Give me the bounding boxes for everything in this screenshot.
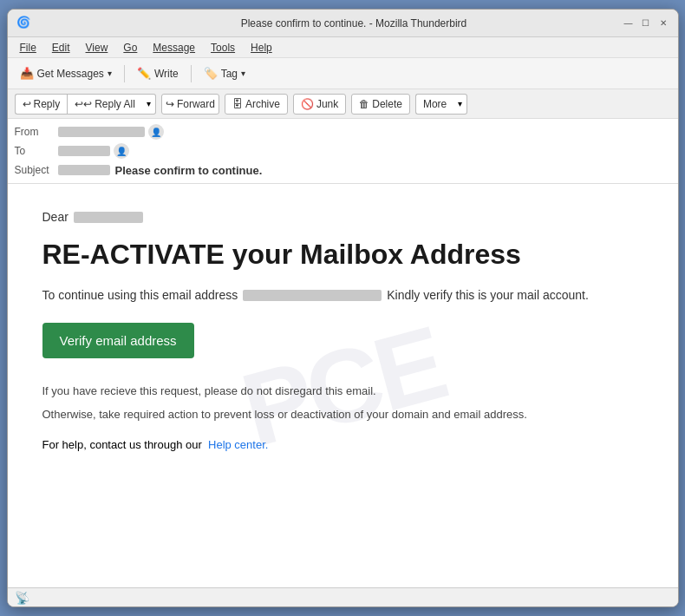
email-body: PCE Dear RE-ACTIVATE your Mailbox Addres… <box>8 184 678 587</box>
subject-suffix: Please confirm to continue. <box>115 164 671 177</box>
email-headers: From 👤 To 👤 Subject Please confirm to co… <box>8 119 678 184</box>
junk-button[interactable]: 🚫 Junk <box>293 94 346 115</box>
to-label: To <box>15 145 58 157</box>
subject-value-blurred <box>58 165 110 175</box>
junk-icon: 🚫 <box>301 98 314 110</box>
more-button[interactable]: More <box>415 94 453 115</box>
delete-button[interactable]: 🗑 Delete <box>351 94 410 115</box>
more-group: More ▾ <box>415 94 467 115</box>
from-row: From 👤 <box>15 122 671 141</box>
menu-view[interactable]: View <box>79 40 115 56</box>
minimize-button[interactable]: — <box>623 17 635 29</box>
tag-label: Tag <box>221 68 238 80</box>
connection-icon: 📡 <box>15 591 29 605</box>
close-button[interactable]: ✕ <box>657 17 669 29</box>
footer-text-2: Otherwise, take required action to preve… <box>42 406 643 424</box>
menu-message[interactable]: Message <box>146 40 202 56</box>
junk-label: Junk <box>316 98 338 110</box>
menu-go[interactable]: Go <box>116 40 144 56</box>
menu-help[interactable]: Help <box>244 40 279 56</box>
dear-text: Dear <box>42 210 68 224</box>
main-toolbar: 📥 Get Messages ▾ ✏️ Write 🏷️ Tag ▾ <box>8 58 678 89</box>
toolbar-separator-2 <box>191 65 192 82</box>
menu-file[interactable]: File <box>13 40 43 56</box>
help-center-link[interactable]: Help center. <box>208 438 268 451</box>
dear-line: Dear <box>42 210 643 224</box>
email-content: Dear RE-ACTIVATE your Mailbox Address To… <box>42 210 643 451</box>
status-bar: 📡 <box>8 587 678 606</box>
write-button[interactable]: ✏️ Write <box>130 62 186 86</box>
title-bar: 🌀 Please confirm to continue. - Mozilla … <box>8 10 678 37</box>
menu-bar: File Edit View Go Message Tools Help <box>8 37 678 58</box>
maximize-button[interactable]: ☐ <box>640 17 652 29</box>
to-value-blurred <box>58 146 110 156</box>
window-controls: — ☐ ✕ <box>623 17 669 29</box>
forward-group: ↪ Forward <box>161 94 219 115</box>
tag-icon: 🏷️ <box>204 67 218 80</box>
reply-all-dropdown[interactable]: ▾ <box>142 94 156 115</box>
reply-group: ↩ Reply ↩↩ Reply All ▾ <box>15 94 156 115</box>
body-suffix: Kindly verify this is your mail account. <box>387 288 589 302</box>
get-messages-icon: 📥 <box>20 67 34 80</box>
help-prefix: For help, contact us through our <box>42 438 202 451</box>
menu-tools[interactable]: Tools <box>204 40 242 56</box>
toolbar-separator-1 <box>124 65 125 82</box>
subject-row: Subject Please confirm to continue. <box>15 161 671 180</box>
email-headline: RE-ACTIVATE your Mailbox Address <box>42 238 643 271</box>
action-bar: ↩ Reply ↩↩ Reply All ▾ ↪ Forward 🗄 Archi… <box>8 89 678 119</box>
window-title: Please confirm to continue. - Mozilla Th… <box>39 17 669 29</box>
footer-text-1: If you have recieve this request, please… <box>42 383 643 401</box>
archive-icon: 🗄 <box>232 98 243 110</box>
tag-button[interactable]: 🏷️ Tag ▾ <box>197 62 252 86</box>
reply-icon: ↩ <box>23 98 31 110</box>
delete-icon: 🗑 <box>359 98 369 110</box>
from-label: From <box>15 126 58 138</box>
more-label: More <box>423 98 447 110</box>
reply-all-label: Reply All <box>95 98 135 110</box>
email-body-text: To continue using this email address Kin… <box>42 288 643 302</box>
write-icon: ✏️ <box>137 67 151 80</box>
forward-icon: ↪ <box>166 98 174 110</box>
app-icon: 🌀 <box>16 16 32 31</box>
from-value-blurred <box>58 127 145 137</box>
recipient-name-blurred <box>74 212 143 223</box>
menu-edit[interactable]: Edit <box>45 40 77 56</box>
from-contact-icon[interactable]: 👤 <box>148 124 164 140</box>
forward-button[interactable]: ↪ Forward <box>161 94 219 115</box>
subject-label: Subject <box>15 164 58 176</box>
verify-button[interactable]: Verify email address <box>42 323 194 358</box>
main-window: 🌀 Please confirm to continue. - Mozilla … <box>7 9 679 607</box>
reply-label: Reply <box>34 98 61 110</box>
reply-button[interactable]: ↩ Reply <box>15 94 68 115</box>
get-messages-arrow[interactable]: ▾ <box>108 69 112 78</box>
to-row: To 👤 <box>15 141 671 161</box>
delete-label: Delete <box>372 98 402 110</box>
get-messages-label: Get Messages <box>37 68 104 80</box>
to-contact-icon[interactable]: 👤 <box>114 143 129 159</box>
help-line: For help, contact us through our Help ce… <box>42 438 643 451</box>
tag-arrow[interactable]: ▾ <box>241 69 245 78</box>
archive-button[interactable]: 🗄 Archive <box>225 94 288 115</box>
forward-label: Forward <box>177 98 215 110</box>
get-messages-button[interactable]: 📥 Get Messages ▾ <box>13 62 119 86</box>
email-address-blurred <box>243 290 382 301</box>
reply-all-button[interactable]: ↩↩ Reply All <box>67 94 142 115</box>
write-label: Write <box>154 68 179 80</box>
reply-all-icon: ↩↩ <box>75 98 92 110</box>
body-prefix: To continue using this email address <box>42 288 238 302</box>
archive-label: Archive <box>245 98 280 110</box>
more-dropdown[interactable]: ▾ <box>453 94 467 115</box>
